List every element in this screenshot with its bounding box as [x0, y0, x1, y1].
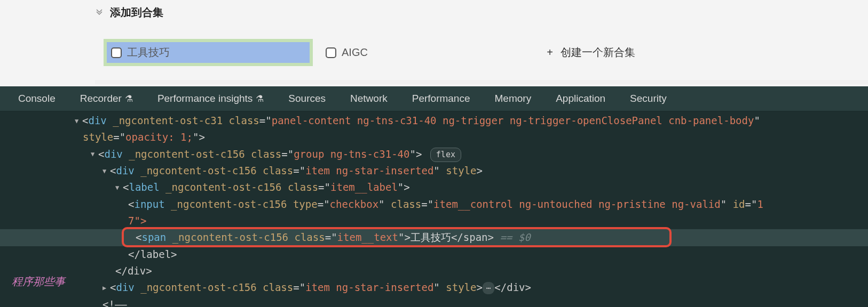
create-label: 创建一个新合集 [561, 45, 635, 60]
create-collection-button[interactable]: + 创建一个新合集 [547, 45, 635, 60]
divider [95, 80, 868, 84]
panel-title: 添加到合集 [110, 5, 163, 20]
inspected-highlight: 工具技巧 [104, 39, 313, 66]
disclosure-triangle[interactable]: ▼ [115, 183, 123, 193]
collection-item-label: AIGC [342, 46, 368, 59]
disclosure-triangle[interactable]: ▶ [102, 283, 110, 294]
plus-icon: + [547, 46, 553, 59]
tab-memory[interactable]: Memory [495, 93, 532, 104]
collection-item-label: 工具技巧 [127, 45, 170, 60]
dom-node[interactable]: ▼<div _ngcontent-ost-c31 class="panel-co… [0, 112, 868, 129]
dom-node[interactable]: ▼<div _ngcontent-ost-c156 class="group n… [0, 146, 868, 163]
disclosure-triangle[interactable]: ▼ [102, 166, 110, 177]
tab-performance[interactable]: Performance [412, 93, 470, 104]
dom-node[interactable]: <!—— [0, 296, 868, 307]
tab-console[interactable]: Console [18, 93, 56, 104]
tab-sources[interactable]: Sources [288, 93, 326, 104]
collection-items: 工具技巧 AIGC + 创建一个新合集 [95, 28, 868, 77]
devtools-tabs: Console Recorder ⚗ Performance insights … [0, 86, 868, 111]
tab-application[interactable]: Application [556, 93, 605, 104]
disclosure-triangle[interactable]: ▼ [91, 149, 98, 160]
dom-node[interactable]: ▼<div _ngcontent-ost-c156 class="item ng… [0, 163, 868, 179]
collection-item[interactable]: 工具技巧 [107, 42, 310, 63]
elements-tree[interactable]: ▼<div _ngcontent-ost-c31 class="panel-co… [0, 111, 868, 307]
checkbox[interactable] [111, 47, 122, 58]
flask-icon: ⚗ [256, 93, 264, 104]
dom-node[interactable]: </div> [0, 263, 868, 279]
dom-node-cont[interactable]: 7"> [0, 213, 868, 229]
dom-node[interactable]: ▶<div _ngcontent-ost-c156 class="item ng… [0, 279, 868, 296]
devtools-panel: Console Recorder ⚗ Performance insights … [0, 86, 868, 307]
dom-node-cont[interactable]: style="opacity: 1;"> [0, 129, 868, 146]
panel-header[interactable]: 添加到合集 [0, 0, 868, 25]
ellipsis-icon[interactable]: ⋯ [483, 282, 494, 294]
tab-network[interactable]: Network [350, 93, 388, 104]
tab-performance-insights[interactable]: Performance insights ⚗ [157, 93, 264, 104]
disclosure-triangle[interactable]: ▼ [75, 116, 82, 127]
flex-badge[interactable]: flex [430, 148, 461, 162]
chevron-down-icon [95, 7, 104, 18]
dom-node[interactable]: </label> [0, 246, 868, 263]
flask-icon: ⚗ [125, 93, 133, 104]
tab-recorder[interactable]: Recorder ⚗ [80, 93, 133, 104]
collection-panel: 添加到合集 工具技巧 AIGC + 创建一个新合集 [0, 0, 868, 84]
checkbox[interactable] [326, 47, 336, 58]
collection-item[interactable]: AIGC [326, 46, 368, 59]
dom-node[interactable]: ▼<label _ngcontent-ost-c156 class="item_… [0, 179, 868, 196]
dom-node-selected[interactable]: <span _ngcontent-ost-c156 class="item__t… [0, 229, 868, 246]
dom-node[interactable]: <input _ngcontent-ost-c156 type="checkbo… [0, 196, 868, 213]
watermark: 程序那些事 [12, 273, 65, 290]
tab-security[interactable]: Security [630, 93, 667, 104]
